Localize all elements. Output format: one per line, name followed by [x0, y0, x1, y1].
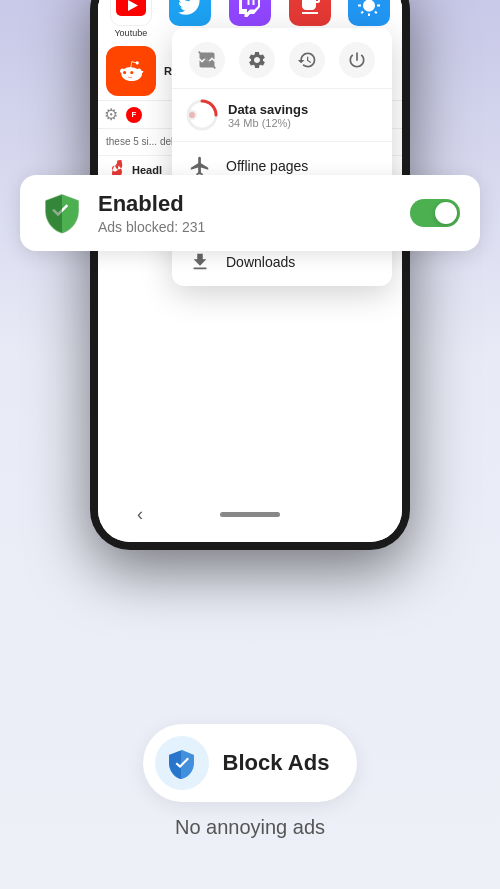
home-indicator[interactable] [220, 512, 280, 517]
data-savings-title: Data savings [228, 102, 308, 117]
enabled-badge: Enabled Ads blocked: 231 [20, 175, 480, 251]
twitch-icon [229, 0, 271, 26]
youtube-label: Youtube [114, 28, 147, 38]
downloads-label: Downloads [226, 254, 295, 270]
twitter-icon [169, 0, 211, 26]
app-icon-youtube[interactable]: Youtube [102, 0, 160, 38]
data-savings-subtitle: 34 Mb (12%) [228, 117, 308, 129]
offline-pages-label: Offline pages [226, 158, 308, 174]
enabled-text: Enabled Ads blocked: 231 [98, 191, 410, 235]
phone-frame: Youtube Twitter [90, 0, 410, 550]
popup-icon-row [172, 28, 392, 89]
news-icon [289, 0, 331, 26]
no-image-button[interactable] [189, 42, 225, 78]
no-ads-label: No annoying ads [175, 816, 325, 839]
settings-button[interactable] [239, 42, 275, 78]
toggle-knob [435, 202, 457, 224]
reddit-icon [106, 46, 156, 96]
download-icon [188, 250, 212, 274]
favicon-icon: F [126, 107, 142, 123]
weather-icon [348, 0, 390, 26]
block-ads-card: Block Ads [143, 724, 358, 802]
svg-point-6 [189, 112, 195, 118]
ads-blocked-count: Ads blocked: 231 [98, 219, 410, 235]
phone-screen: Youtube Twitter [98, 0, 402, 542]
block-ads-label: Block Ads [223, 750, 330, 776]
enabled-title: Enabled [98, 191, 410, 217]
power-button[interactable] [339, 42, 375, 78]
browser-background: Youtube Twitter [98, 0, 402, 542]
youtube-icon [110, 0, 152, 26]
back-button[interactable]: ‹ [128, 502, 152, 526]
sliders-icon: ⚙ [104, 105, 118, 124]
bottom-section: Block Ads No annoying ads [0, 724, 500, 839]
phone-nav-bar: ‹ [98, 502, 402, 526]
block-ads-icon-circle [155, 736, 209, 790]
data-savings-icon [186, 99, 218, 131]
data-savings-text: Data savings 34 Mb (12%) [228, 102, 308, 129]
phone-device: Youtube Twitter [90, 0, 410, 570]
enable-toggle[interactable] [410, 199, 460, 227]
shield-enabled-icon [40, 191, 84, 235]
data-savings-section: Data savings 34 Mb (12%) [172, 89, 392, 142]
history-button[interactable] [289, 42, 325, 78]
